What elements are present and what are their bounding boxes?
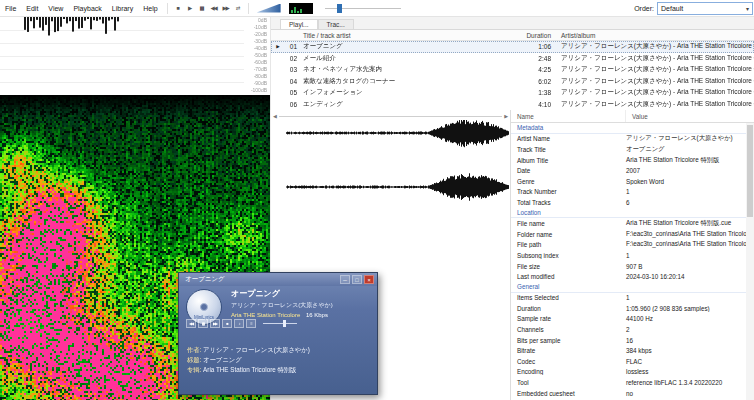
db-scale-label: -80dB <box>251 73 267 80</box>
track-duration: 1:06 <box>509 43 551 50</box>
menu-playback[interactable]: Playback <box>68 5 106 12</box>
menu-file[interactable]: File <box>0 5 21 12</box>
property-row[interactable]: Toolreference libFLAC 1.3.4 20220220 <box>511 377 746 388</box>
track-title: インフォメーション <box>297 88 509 97</box>
track-artist-album: アリシア・フローレンス(大原さやか) - Aria THE Station Tr… <box>551 42 754 51</box>
now-playing-title: オープニング <box>231 288 371 299</box>
volume-slider[interactable] <box>257 4 281 13</box>
db-scale-label: -90dB <box>251 80 267 87</box>
previous-button[interactable]: ◀◀ <box>186 319 196 328</box>
menu-button[interactable]: ≡ <box>246 319 256 328</box>
property-row[interactable]: Track Titleオープニング <box>511 144 746 155</box>
menu-items: FileEditViewPlaybackLibraryHelp <box>0 5 163 12</box>
pause-button[interactable]: ▮▮ <box>196 2 208 14</box>
column-duration[interactable]: Duration <box>509 32 551 39</box>
db-scale-label: -40dB <box>251 45 267 52</box>
property-row[interactable]: Subsong index1 <box>511 250 746 261</box>
popup-volume-thumb[interactable] <box>283 320 286 327</box>
minimize-button[interactable]: ─ <box>340 275 350 284</box>
scroll-right-icon[interactable]: ▶ <box>502 113 510 119</box>
property-group-general: General <box>511 282 746 293</box>
property-row[interactable]: Artist Nameアリシア・フローレンス(大原さやか) <box>511 134 746 145</box>
stop-button[interactable]: ■ <box>222 319 232 328</box>
track-number: 04 <box>285 78 297 85</box>
playlist-tab-2[interactable]: Trac... <box>318 19 354 29</box>
app-window: FileEditViewPlaybackLibraryHelp ■▶▮▮◀◀▶▶… <box>0 0 754 400</box>
property-row[interactable]: Total Tracks6 <box>511 197 746 208</box>
waveform-scrollbar[interactable]: ◀ ▶ <box>271 112 510 120</box>
pause-button[interactable]: ▮▮ <box>198 319 208 328</box>
property-row[interactable]: GenreSpoken Word <box>511 176 746 187</box>
cd-hole-icon <box>200 303 208 311</box>
properties-column-name[interactable]: Name <box>511 110 626 122</box>
playlist-row[interactable]: 05インフォメーション1:38アリシア・フローレンス(大原さやか) - Aria… <box>271 87 754 99</box>
now-playing-album-line: Aria THE Station Tricolore 16 Kbps <box>231 312 371 318</box>
playlist-row[interactable]: 02メール紹介2:48アリシア・フローレンス(大原さやか) - Aria THE… <box>271 53 754 65</box>
scrollbar-thumb[interactable] <box>747 125 753 217</box>
lyrics-button[interactable]: ♪ <box>234 319 244 328</box>
close-button[interactable]: × <box>364 275 374 284</box>
previous-button[interactable]: ◀◀ <box>208 2 220 14</box>
toolbar-separator <box>167 3 168 14</box>
property-row[interactable]: Sample rate44100 Hz <box>511 314 746 325</box>
property-name: Track Number <box>511 188 620 195</box>
properties-scrollbar[interactable] <box>746 123 754 400</box>
property-row[interactable]: Items Selected1 <box>511 293 746 304</box>
popup-info-value: アリシア・フローレンス(大原さやか) <box>203 346 310 353</box>
property-row[interactable]: Embedded cuesheetno <box>511 388 746 399</box>
popup-titlebar[interactable]: オープニング ─□× <box>179 273 377 286</box>
playlist-tab-1[interactable]: Playl... <box>280 19 318 29</box>
next-button[interactable]: ▶▶ <box>220 2 232 14</box>
property-row[interactable]: Encodinglossless <box>511 367 746 378</box>
property-row[interactable]: Folder nameF:\eac3to_con\nas\Aria THE St… <box>511 229 746 240</box>
seek-thumb[interactable] <box>337 4 342 13</box>
playlist-column-headers: Title / track artist Duration Artist/alb… <box>271 30 754 41</box>
random-button[interactable]: ⇄ <box>232 2 244 14</box>
seek-slider[interactable] <box>325 3 401 14</box>
property-row[interactable]: CodecFLAC <box>511 356 746 367</box>
property-row[interactable]: Date2007 <box>511 165 746 176</box>
order-dropdown[interactable]: Default ▾ <box>657 2 753 15</box>
playlist-row[interactable]: ▶01オープニング1:06アリシア・フローレンス(大原さやか) - Aria T… <box>271 41 754 53</box>
property-row[interactable]: File pathF:\eac3to_con\nas\Aria THE Stat… <box>511 240 746 251</box>
property-row[interactable]: Channels2 <box>511 324 746 335</box>
property-row[interactable]: Album TitleAria THE Station Tricolore 特別… <box>511 155 746 166</box>
property-row[interactable]: File nameAria THE Station Tricolore 特別版.… <box>511 218 746 229</box>
menu-help[interactable]: Help <box>138 5 162 12</box>
property-value: 384 kbps <box>620 347 746 354</box>
next-button[interactable]: ▶▶ <box>210 319 220 328</box>
stop-button[interactable]: ■ <box>172 2 184 14</box>
playlist-row[interactable]: 03ネオ・ベネツィア水先案内4:25アリシア・フローレンス(大原さやか) - A… <box>271 64 754 76</box>
play-button[interactable]: ▶ <box>184 2 196 14</box>
scroll-left-icon[interactable]: ◀ <box>271 113 279 119</box>
now-playing-block: オープニング アリシア・フローレンス(大原さやか) Aria THE Stati… <box>231 288 371 318</box>
track-duration: 1:38 <box>509 89 551 96</box>
property-row[interactable]: Track Number1 <box>511 187 746 198</box>
property-row[interactable]: Last modified2024-03-10 16:20:14 <box>511 271 746 282</box>
menu-view[interactable]: View <box>43 5 68 12</box>
track-number: 01 <box>285 43 297 50</box>
property-row[interactable]: Bitrate384 kbps <box>511 345 746 356</box>
spectrum-analyzer-panel: 0dB-10dB-20dB-30dB-40dB-50dB-60dB-70dB-8… <box>0 17 270 95</box>
menu-library[interactable]: Library <box>107 5 138 12</box>
properties-column-value[interactable]: Value <box>626 113 754 120</box>
playlist-row[interactable]: 04素敵な連絡カタログのコーナー6:02アリシア・フローレンス(大原さやか) -… <box>271 76 754 88</box>
db-scale-label: -20dB <box>251 31 267 38</box>
property-row[interactable]: Duration1:05.960 (2 908 836 samples) <box>511 303 746 314</box>
popup-volume-slider[interactable] <box>263 319 297 328</box>
property-row[interactable]: Bits per sample16 <box>511 335 746 346</box>
property-value: 6 <box>620 199 746 206</box>
property-row[interactable]: File size907 B <box>511 261 746 272</box>
waveform-scroll-track[interactable] <box>279 116 502 117</box>
property-value: Aria THE Station Tricolore 特別版.cue <box>620 219 746 228</box>
playlist-rows: ▶01オープニング1:06アリシア・フローレンス(大原さやか) - Aria T… <box>271 41 754 110</box>
column-artist-album[interactable]: Artist/album <box>551 32 754 39</box>
maximize-button[interactable]: □ <box>352 275 362 284</box>
property-value: 16 <box>620 337 746 344</box>
menu-edit[interactable]: Edit <box>21 5 43 12</box>
popup-info-label: 专辑: <box>187 366 203 373</box>
playlist-row[interactable]: 06エンディング4:10アリシア・フローレンス(大原さやか) - Aria TH… <box>271 99 754 111</box>
column-title[interactable]: Title / track artist <box>297 32 509 39</box>
property-name: Track Title <box>511 146 620 153</box>
property-name: Bitrate <box>511 347 620 354</box>
